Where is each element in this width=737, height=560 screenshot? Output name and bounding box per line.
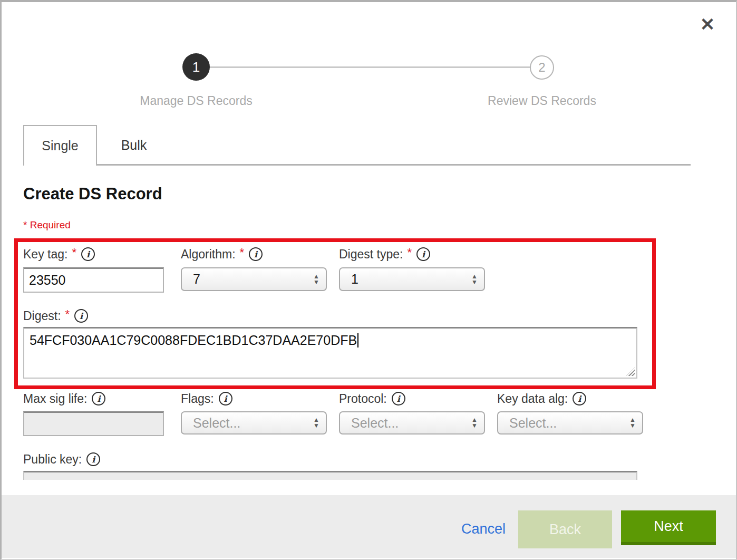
key-tag-label: Key tag: * i xyxy=(23,246,95,262)
required-asterisk: * xyxy=(72,246,76,259)
flags-select-value: Select... xyxy=(193,416,240,431)
page-title: Create DS Record xyxy=(23,185,162,204)
back-button[interactable]: Back xyxy=(518,510,612,548)
digest-label: Digest: * i xyxy=(23,308,88,324)
tab-single-label: Single xyxy=(42,138,79,153)
modal-footer: Cancel Back Next xyxy=(2,495,736,558)
info-icon[interactable]: i xyxy=(86,452,100,466)
arrow-down-icon: ▼ xyxy=(471,423,478,429)
algorithm-label-text: Algorithm: xyxy=(181,247,236,262)
step-1-number: 1 xyxy=(192,59,200,75)
info-icon[interactable]: i xyxy=(74,309,88,323)
max-sig-life-label: Max sig life: i xyxy=(23,391,105,407)
public-key-label-text: Public key: xyxy=(23,452,82,467)
step-2-number: 2 xyxy=(538,60,545,75)
next-button-label: Next xyxy=(654,518,683,535)
tab-bottom-border xyxy=(96,164,691,166)
info-icon[interactable]: i xyxy=(573,392,586,405)
algorithm-select[interactable]: 7 ▲ ▼ xyxy=(181,267,327,291)
info-icon[interactable]: i xyxy=(92,392,105,405)
key-data-alg-label-text: Key data alg: xyxy=(497,392,568,406)
max-sig-life-label-text: Max sig life: xyxy=(23,392,87,406)
tab-single[interactable]: Single xyxy=(23,125,97,166)
info-glyph: i xyxy=(92,455,95,465)
max-sig-life-input[interactable] xyxy=(23,411,164,436)
required-asterisk: * xyxy=(407,246,412,259)
info-icon[interactable]: i xyxy=(392,392,405,405)
step-2-indicator: 2 xyxy=(530,55,554,80)
info-glyph: i xyxy=(86,249,90,259)
step-2-label: Review DS Records xyxy=(458,94,626,108)
info-icon[interactable]: i xyxy=(249,247,263,261)
tab-bulk-label: Bulk xyxy=(121,138,147,153)
digest-label-text: Digest: xyxy=(23,309,61,323)
info-icon[interactable]: i xyxy=(416,247,430,261)
algorithm-label: Algorithm: * i xyxy=(181,246,263,262)
info-glyph: i xyxy=(80,311,83,321)
digest-value: 54FCF030AA1C79C0088FDEC1BD1C37DAA2E70DFB xyxy=(30,333,357,347)
back-button-label: Back xyxy=(549,522,581,538)
info-glyph: i xyxy=(397,394,400,404)
cancel-button[interactable]: Cancel xyxy=(461,521,506,537)
info-glyph: i xyxy=(97,394,100,404)
key-data-alg-select-value: Select... xyxy=(509,416,557,431)
algorithm-select-value: 7 xyxy=(193,272,200,287)
info-glyph: i xyxy=(578,394,581,404)
info-glyph: i xyxy=(422,249,425,259)
close-button[interactable]: ✕ xyxy=(697,14,718,35)
select-arrows-icon: ▲ ▼ xyxy=(471,417,478,429)
stepper-connector-line xyxy=(209,66,532,68)
info-icon[interactable]: i xyxy=(81,247,95,261)
step-1-indicator: 1 xyxy=(182,53,210,81)
text-cursor xyxy=(357,333,358,347)
tab-bulk[interactable]: Bulk xyxy=(98,125,170,166)
next-button[interactable]: Next xyxy=(621,510,716,545)
info-glyph: i xyxy=(224,394,227,404)
select-arrows-icon: ▲ ▼ xyxy=(313,274,319,285)
select-arrows-icon: ▲ ▼ xyxy=(313,417,319,429)
digest-textarea[interactable]: 54FCF030AA1C79C0088FDEC1BD1C37DAA2E70DFB xyxy=(23,327,637,379)
resize-handle-icon[interactable] xyxy=(626,368,635,376)
flags-select[interactable]: Select... ▲ ▼ xyxy=(181,411,327,435)
arrow-down-icon: ▼ xyxy=(629,423,636,429)
required-asterisk: * xyxy=(240,246,245,259)
required-note: * Required xyxy=(23,219,71,231)
close-icon: ✕ xyxy=(700,14,715,35)
arrow-down-icon: ▼ xyxy=(471,279,478,285)
digest-type-select-value: 1 xyxy=(351,272,358,287)
flags-label-text: Flags: xyxy=(181,392,214,406)
info-glyph: i xyxy=(254,249,257,259)
select-arrows-icon: ▲ ▼ xyxy=(629,417,636,429)
digest-type-select[interactable]: 1 ▲ ▼ xyxy=(339,267,485,291)
protocol-select-value: Select... xyxy=(351,416,399,431)
required-asterisk: * xyxy=(65,307,70,321)
protocol-select[interactable]: Select... ▲ ▼ xyxy=(339,411,485,435)
key-tag-input[interactable] xyxy=(23,267,164,293)
protocol-label-text: Protocol: xyxy=(339,392,387,406)
flags-label: Flags: i xyxy=(181,391,232,407)
select-arrows-icon: ▲ ▼ xyxy=(471,274,478,285)
arrow-down-icon: ▼ xyxy=(313,279,319,285)
info-icon[interactable]: i xyxy=(219,392,232,405)
key-tag-label-text: Key tag: xyxy=(23,247,67,262)
key-data-alg-select[interactable]: Select... ▲ ▼ xyxy=(497,411,643,435)
digest-type-label: Digest type: * i xyxy=(339,246,430,262)
digest-type-label-text: Digest type: xyxy=(339,247,403,262)
arrow-down-icon: ▼ xyxy=(313,423,319,429)
step-1-label: Manage DS Records xyxy=(112,94,280,108)
public-key-textarea[interactable] xyxy=(23,471,637,480)
key-data-alg-label: Key data alg: i xyxy=(497,391,586,407)
protocol-label: Protocol: i xyxy=(339,391,405,407)
public-key-label: Public key: i xyxy=(23,451,100,467)
